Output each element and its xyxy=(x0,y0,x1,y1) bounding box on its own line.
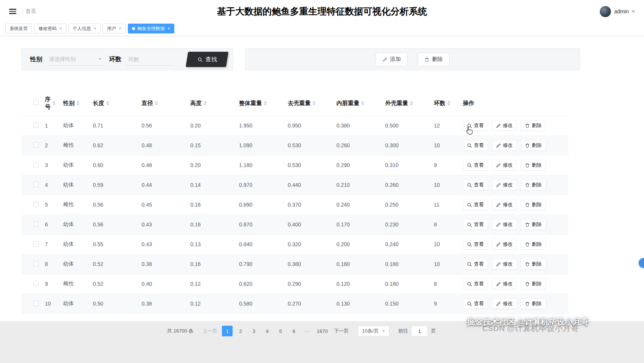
row-checkbox[interactable] xyxy=(33,123,39,128)
next-page-button[interactable]: 下一页 xyxy=(332,328,351,334)
sort-icon[interactable] xyxy=(53,101,56,105)
cell: 0.45 xyxy=(138,195,187,215)
page-button[interactable]: 3 xyxy=(249,326,259,336)
close-icon[interactable]: × xyxy=(59,26,62,31)
table-row: 6幼体0.560.430.160.8700.4000.1700.2308查看修改… xyxy=(21,215,569,234)
cell: 5 xyxy=(41,195,59,215)
prev-page-button[interactable]: 上一页 xyxy=(201,328,219,334)
tab-change-password[interactable]: 修改密码 × xyxy=(34,24,66,33)
row-checkbox[interactable] xyxy=(33,202,39,207)
view-button[interactable]: 查看 xyxy=(463,239,488,250)
page-button-far[interactable]: 1670 xyxy=(315,326,329,336)
edit-button[interactable]: 修改 xyxy=(492,180,517,190)
cell: 0.250 xyxy=(381,195,430,215)
delete-row-button[interactable]: 删除 xyxy=(521,239,546,250)
sort-icon[interactable] xyxy=(155,101,158,105)
cell: 0.48 xyxy=(138,135,187,155)
sort-icon[interactable] xyxy=(312,101,316,105)
sort-icon[interactable] xyxy=(410,101,413,105)
rings-input[interactable] xyxy=(126,53,175,66)
trash-icon xyxy=(525,143,530,148)
active-dot-icon xyxy=(132,27,135,30)
column-header[interactable]: 环数 xyxy=(430,91,459,116)
sort-icon[interactable] xyxy=(77,101,80,105)
edit-button[interactable]: 修改 xyxy=(492,120,517,131)
page-button[interactable]: 4 xyxy=(262,326,273,336)
tab-system-home[interactable]: 系统首页 xyxy=(5,24,32,33)
delete-row-button[interactable]: 删除 xyxy=(521,199,546,210)
column-header[interactable]: 外壳重量 xyxy=(381,91,430,116)
menu-toggle-icon[interactable] xyxy=(9,8,16,16)
tab-personal-info[interactable]: 个人信息 × xyxy=(69,24,100,33)
close-icon[interactable]: × xyxy=(94,26,96,31)
view-button[interactable]: 查看 xyxy=(463,259,488,269)
close-icon[interactable]: × xyxy=(167,26,170,31)
delete-row-button[interactable]: 删除 xyxy=(521,180,546,190)
breadcrumb-home[interactable]: 首页 xyxy=(26,8,36,15)
column-header[interactable]: 内脏重量 xyxy=(333,91,381,116)
column-header[interactable]: 整体重量 xyxy=(235,91,284,116)
page-size-select[interactable]: 10条/页 xyxy=(358,326,389,336)
delete-row-button[interactable]: 删除 xyxy=(521,140,546,151)
select-all-checkbox[interactable] xyxy=(33,100,39,105)
cell: 0.60 xyxy=(89,155,138,175)
view-button[interactable]: 查看 xyxy=(463,219,488,230)
user-menu[interactable]: admin xyxy=(599,6,635,18)
column-header[interactable]: 长度 xyxy=(89,91,138,116)
goto-page-input[interactable] xyxy=(411,326,428,336)
row-checkbox[interactable] xyxy=(33,301,39,306)
delete-button[interactable]: 删除 xyxy=(418,53,450,66)
page-button[interactable]: 5 xyxy=(275,326,286,336)
row-checkbox[interactable] xyxy=(33,162,39,167)
magnifier-icon xyxy=(467,282,472,287)
row-checkbox[interactable] xyxy=(33,142,39,148)
edit-button[interactable]: 修改 xyxy=(492,140,517,151)
page-button[interactable]: 6 xyxy=(289,326,299,336)
sort-icon[interactable] xyxy=(361,101,364,105)
sort-icon[interactable] xyxy=(106,101,109,105)
edit-button[interactable]: 修改 xyxy=(492,279,517,289)
edit-button[interactable]: 修改 xyxy=(492,219,517,230)
delete-row-button[interactable]: 删除 xyxy=(521,259,546,269)
view-button[interactable]: 查看 xyxy=(463,199,488,210)
edit-button[interactable]: 修改 xyxy=(492,259,517,269)
view-button[interactable]: 查看 xyxy=(463,180,488,190)
delete-row-button[interactable]: 删除 xyxy=(521,160,546,170)
sort-icon[interactable] xyxy=(447,101,450,105)
search-button[interactable]: 查找 xyxy=(186,52,228,67)
view-button[interactable]: 查看 xyxy=(463,160,488,170)
row-checkbox[interactable] xyxy=(33,261,39,266)
row-checkbox[interactable] xyxy=(33,182,39,187)
close-icon[interactable]: × xyxy=(119,26,121,31)
column-header-label: 内脏重量 xyxy=(336,99,359,107)
view-button[interactable]: 查看 xyxy=(463,279,488,289)
delete-row-button[interactable]: 删除 xyxy=(521,298,546,309)
add-button[interactable]: 添加 xyxy=(376,53,408,66)
gender-select[interactable]: 请选择性别 xyxy=(47,53,105,66)
row-checkbox[interactable] xyxy=(33,221,39,227)
column-header[interactable]: 直径 xyxy=(138,91,187,116)
sort-icon[interactable] xyxy=(264,101,267,105)
column-header[interactable]: 高度 xyxy=(187,91,235,116)
view-button[interactable]: 查看 xyxy=(463,120,488,131)
row-checkbox[interactable] xyxy=(33,281,39,286)
column-header[interactable]: 去壳重量 xyxy=(284,91,333,116)
page-button[interactable]: 1 xyxy=(222,326,233,336)
row-checkbox[interactable] xyxy=(33,241,39,247)
edit-button[interactable]: 修改 xyxy=(492,160,517,170)
edit-button[interactable]: 修改 xyxy=(492,298,517,309)
view-button[interactable]: 查看 xyxy=(463,298,488,309)
edit-button[interactable]: 修改 xyxy=(492,199,517,210)
delete-row-button[interactable]: 删除 xyxy=(521,279,546,289)
delete-row-button[interactable]: 删除 xyxy=(521,120,546,131)
delete-row-button[interactable]: 删除 xyxy=(521,219,546,230)
more-pages-button[interactable]: ··· xyxy=(302,326,312,336)
tab-users[interactable]: 用户 × xyxy=(103,24,126,33)
page-button[interactable]: 2 xyxy=(235,326,246,336)
tab-abalone-data[interactable]: 鲍鱼生理数据 × xyxy=(128,24,174,33)
edit-button[interactable]: 修改 xyxy=(492,239,517,250)
column-header[interactable]: 性别 xyxy=(59,91,89,116)
sort-icon[interactable] xyxy=(204,101,207,105)
view-button[interactable]: 查看 xyxy=(463,140,488,151)
column-header[interactable]: 序号 xyxy=(41,91,59,116)
